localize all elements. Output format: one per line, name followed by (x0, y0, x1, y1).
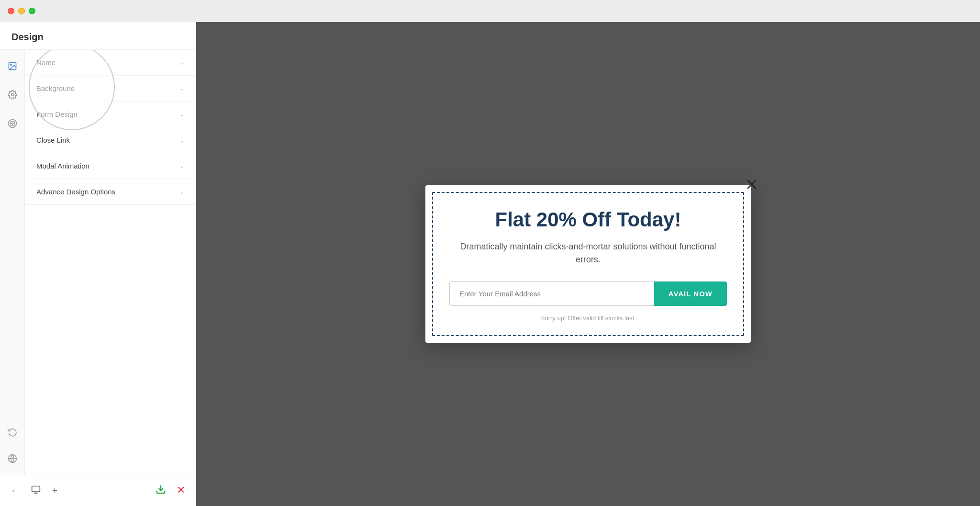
chevron-down-icon: ⌄ (179, 163, 184, 169)
accordion-background-label: Background (36, 84, 75, 92)
app-body: Design (0, 22, 980, 506)
frames-icon[interactable] (29, 483, 43, 499)
minimize-window-button[interactable] (18, 8, 25, 14)
accordion-name: Name ⌄ (25, 50, 196, 76)
modal-subtext: Dramatically maintain clicks-and-mortar … (449, 240, 727, 266)
accordion-modal-animation: Modal Animation ⌄ (25, 153, 196, 179)
chevron-down-icon: ⌄ (179, 59, 184, 66)
image-icon[interactable] (4, 57, 21, 75)
avail-now-button[interactable]: AVAIL NOW (654, 281, 727, 306)
modal-headline: Flat 20% Off Today! (449, 208, 727, 231)
accordion-advance-design: Advance Design Options ⌄ (25, 179, 196, 205)
accordion-form-design: Form Design ⌄ (25, 101, 196, 127)
modal-footnote: Hurry up! Offer valid till stocks last. (449, 315, 727, 322)
accordion-modal-animation-header[interactable]: Modal Animation ⌄ (25, 153, 196, 179)
footer-left-group: ← + (9, 483, 59, 499)
accordion-advance-design-header[interactable]: Advance Design Options ⌄ (25, 179, 196, 204)
globe-icon[interactable] (4, 450, 21, 467)
sidebar: Design (0, 22, 196, 506)
accordion-modal-animation-label: Modal Animation (36, 162, 89, 170)
history-icon[interactable] (4, 423, 21, 440)
accordion-background-header[interactable]: Background ⌄ (25, 76, 196, 101)
accordion-form-design-label: Form Design (36, 110, 78, 118)
footer-right-group: ✕ (154, 482, 187, 499)
chevron-down-icon: ⌄ (179, 111, 184, 118)
svg-point-5 (11, 123, 13, 124)
chevron-down-icon: ⌄ (179, 189, 184, 195)
svg-point-2 (11, 94, 13, 96)
maximize-window-button[interactable] (29, 8, 35, 14)
sidebar-menu: Name ⌄ Background ⌄ For (25, 50, 196, 475)
sidebar-inner: Name ⌄ Background ⌄ For (0, 50, 196, 475)
accordion-name-header[interactable]: Name ⌄ (25, 50, 196, 75)
modal-popup: Flat 20% Off Today! Dramatically maintai… (425, 185, 751, 342)
add-icon[interactable]: + (50, 484, 59, 498)
back-arrow-icon[interactable]: ← (9, 484, 22, 498)
svg-point-4 (10, 121, 15, 126)
accordion-name-label: Name (36, 58, 56, 67)
sidebar-title: Design (0, 22, 196, 50)
chevron-down-icon: ⌄ (179, 137, 184, 144)
accordion-close-link: Close Link ⌄ (25, 127, 196, 153)
accordion-advance-design-label: Advance Design Options (36, 188, 115, 196)
accordion-close-link-header[interactable]: Close Link ⌄ (25, 127, 196, 153)
gear-icon[interactable] (4, 86, 21, 103)
chevron-down-icon: ⌄ (179, 85, 184, 92)
title-bar (0, 0, 980, 22)
svg-point-1 (10, 64, 11, 66)
target-icon[interactable] (4, 115, 21, 132)
modal-form: AVAIL NOW (449, 281, 727, 306)
email-input[interactable] (449, 281, 654, 306)
close-window-button[interactable] (8, 8, 14, 14)
sidebar-footer: ← + ✕ (0, 475, 196, 506)
delete-icon[interactable]: ✕ (175, 482, 187, 499)
modal-wrapper: Flat 20% Off Today! Dramatically maintai… (425, 185, 751, 342)
modal-close-button[interactable] (742, 175, 761, 194)
sidebar-left-icons (0, 50, 25, 475)
accordion-form-design-header[interactable]: Form Design ⌄ (25, 101, 196, 127)
design-title: Design (11, 32, 44, 42)
accordion-close-link-label: Close Link (36, 136, 70, 144)
preview-area: Flat 20% Off Today! Dramatically maintai… (196, 22, 980, 506)
svg-rect-8 (32, 486, 40, 492)
download-icon[interactable] (154, 482, 168, 499)
accordion-background: Background ⌄ (25, 76, 196, 101)
